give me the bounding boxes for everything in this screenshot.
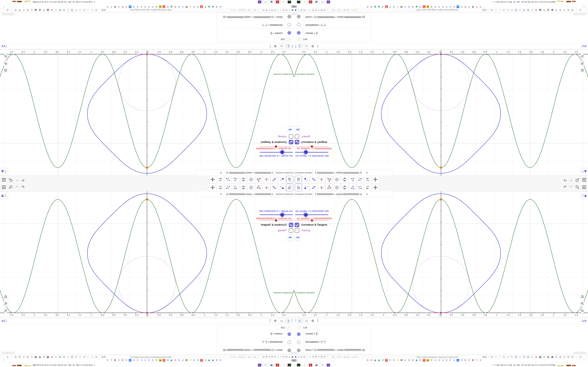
lock-icon[interactable]: ▭ (231, 8, 233, 12)
list-row[interactable]: funcNames = {" "} (294, 338, 371, 347)
list-row[interactable]: curves = {} (217, 330, 294, 338)
headset-icon[interactable]: ∩ (280, 8, 282, 12)
kite-icon[interactable]: ◆ (294, 355, 297, 359)
redgear-window-button[interactable]: ⚙ (275, 0, 280, 4)
curve-label[interactable]: Curvature function (273, 291, 293, 294)
faint-circle-icon[interactable]: ○ (575, 8, 578, 12)
url-bar[interactable]: https://www.geogebra.org/classic/aagcxh3… (100, 8, 173, 12)
thumb-icon[interactable]: ✴ (22, 355, 25, 359)
plus-circle-icon[interactable]: ⊕ (527, 8, 529, 12)
play-step-button[interactable] (287, 234, 293, 240)
owl-window-button[interactable]: ʘ (257, 363, 262, 367)
curvature-tangent-checkbox[interactable] (289, 223, 293, 227)
reader-icon[interactable]: Ⓐ (515, 355, 518, 359)
reload-icon[interactable]: ↻ (83, 8, 86, 12)
back-arrow-icon[interactable]: ← (349, 355, 352, 359)
faint-circle-icon[interactable]: ○ (326, 8, 329, 12)
point-tool[interactable]: A (278, 176, 285, 183)
favicon-f[interactable]: f (110, 359, 113, 362)
tree-view-button[interactable] (285, 43, 291, 48)
pencil-icon[interactable]: ✎ (75, 355, 78, 359)
favicon-star[interactable]: ✦ (404, 5, 406, 8)
down-shield-icon[interactable]: ⇩ (54, 8, 57, 12)
shield2-icon[interactable]: ⊙ (30, 8, 33, 12)
play-step-button[interactable] (287, 127, 293, 133)
tracing-checkbox[interactable] (295, 228, 299, 233)
list-row[interactable]: funcNames = {" "} (217, 338, 294, 347)
folder-icon[interactable]: ❏ (239, 8, 242, 12)
favicon-green[interactable]: V (197, 359, 199, 362)
function-input[interactable]: 1.000000000000 + cos(4.000000000000 x) (313, 193, 362, 196)
favicon-gear[interactable]: ⚙ (114, 359, 116, 362)
uo-icon[interactable]: ◉ (551, 8, 554, 12)
globe-icon[interactable]: ⊕ (559, 8, 562, 12)
wrench-icon[interactable]: ⚒ (18, 355, 21, 359)
visibility-toggle[interactable] (297, 23, 301, 26)
favicon-yandex[interactable]: Я (423, 5, 425, 8)
collapse-button[interactable]: − (297, 38, 302, 41)
favicon-google[interactable]: G (366, 359, 369, 362)
target-icon[interactable]: ◎ (338, 355, 340, 359)
kebab-menu-icon[interactable] (295, 319, 296, 322)
function-input[interactable]: 1.000000000000 + cos(4.000000000000 x) (226, 171, 275, 174)
floppy-window-button[interactable]: ❒ (320, 0, 325, 4)
reload-icon[interactable]: ↻ (502, 355, 505, 359)
arc-length-slider-label[interactable]: Arc length = 6.283185307180 (295, 154, 329, 157)
target-icon[interactable]: ◎ (254, 355, 256, 359)
zoom-in-button[interactable] (3, 61, 8, 66)
favicon-star[interactable]: ✦ (136, 5, 139, 8)
settings-button[interactable]: ⚙ (273, 44, 278, 48)
line-tool[interactable] (271, 176, 278, 183)
favicon-star[interactable]: ✦ (136, 359, 139, 362)
circle-icon[interactable]: ○ (245, 355, 248, 359)
fx-button[interactable]: f x (279, 43, 284, 48)
favicon-mountain[interactable]: ▲ (426, 5, 429, 8)
curvature-tangent-checkbox-label[interactable]: Curvature & Tangent (261, 141, 287, 144)
arc-length-slider-knob[interactable] (280, 213, 284, 217)
trash-icon[interactable]: ▦ (539, 8, 542, 12)
favicon-star[interactable]: ✦ (144, 359, 147, 362)
tracing-checkbox-label[interactable]: Tracing (301, 229, 310, 232)
settings-button[interactable]: ⚙ (273, 319, 278, 323)
graphics-view[interactable]: -2.4-2.2-2-1.8-1.6-1.4-1.2-1-0.8-0.6-0.4… (294, 191, 588, 317)
favicon-google[interactable]: G (216, 5, 218, 8)
favicon-yandex[interactable]: Я (163, 359, 165, 362)
kebab-menu-icon[interactable] (318, 45, 318, 48)
favicon-mountain[interactable]: ▲ (159, 359, 162, 362)
favicon-knot[interactable]: ◉ (212, 5, 214, 8)
favicon-google[interactable]: G (411, 5, 414, 8)
wrench-icon[interactable]: ⚒ (567, 8, 570, 12)
visibility-toggle[interactable] (287, 349, 291, 352)
wrench-icon[interactable]: ⚒ (271, 8, 274, 12)
shield2-icon[interactable]: ⊙ (555, 8, 558, 12)
chevron-down-icon[interactable]: ▼ (220, 171, 222, 175)
gear-icon[interactable]: ⚙ (523, 355, 526, 359)
olive-circle-icon[interactable]: ● (297, 8, 300, 12)
globe-icon[interactable]: ⊕ (282, 355, 285, 359)
favicon-star[interactable]: ✦ (118, 5, 120, 8)
redo-button[interactable]: ↷ (15, 185, 19, 189)
favicon-green[interactable]: V (197, 5, 199, 8)
arc-position-point[interactable] (440, 53, 442, 55)
graphics-view[interactable]: -2.4-2.2-2-1.8-1.6-1.4-1.2-1-0.8-0.6-0.4… (294, 50, 588, 176)
tracing-checkbox[interactable] (289, 228, 293, 233)
slider-tool[interactable]: a=2 (364, 184, 371, 191)
headset-icon[interactable]: ∩ (277, 8, 279, 12)
zoom-out-button[interactable] (580, 54, 585, 59)
favicon-yandex[interactable]: Я (385, 359, 388, 362)
globe-icon[interactable]: ⊕ (26, 8, 29, 12)
url-text[interactable]: https://www.geogebra.org/classic/aagcxh3… (105, 9, 173, 11)
lock-icon[interactable]: ▭ (231, 355, 233, 359)
tape-icon[interactable]: ✇ (42, 355, 45, 359)
arc-length-slider-knob[interactable] (304, 150, 308, 154)
scrollbar-chip[interactable] (2, 352, 15, 354)
circle-icon[interactable]: ○ (251, 8, 253, 12)
firefox-icon[interactable]: ● (318, 8, 320, 12)
reader-icon[interactable]: Ⓐ (515, 8, 518, 12)
favicon-google[interactable]: G (174, 359, 177, 362)
home-button[interactable] (580, 68, 585, 73)
olive-circle-icon[interactable]: ● (288, 355, 291, 359)
favicon-google[interactable]: G (381, 5, 384, 8)
favicon-chat[interactable]: ● (457, 5, 459, 8)
perpendicular-line-tool[interactable] (263, 176, 270, 183)
